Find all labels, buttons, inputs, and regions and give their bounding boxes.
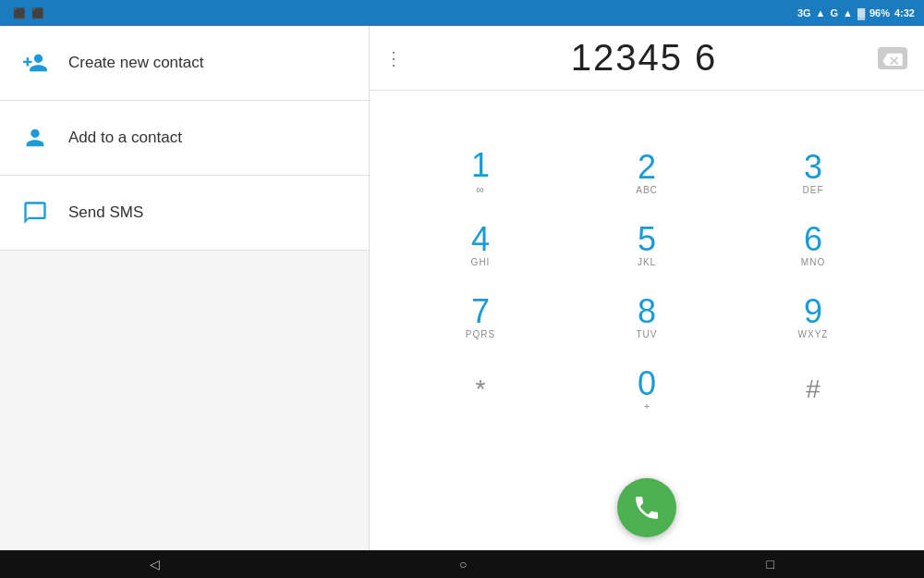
key-1[interactable]: 1 ∞	[434, 141, 527, 205]
add-to-contact-label: Add to a contact	[68, 129, 182, 147]
keypad: 1 ∞ 2 ABC 3 DEF 4 GHI 5	[370, 91, 924, 471]
home-button[interactable]: ○	[459, 557, 467, 572]
key-3[interactable]: 3 DEF	[767, 141, 859, 205]
dialer-header: ⋮ 12345 6	[370, 26, 924, 91]
status-bar-right: 3G ▲ G ▲ ▓ 96% 4:32	[797, 7, 915, 18]
key-5[interactable]: 5 JKL	[601, 213, 693, 277]
delete-icon[interactable]	[878, 47, 907, 69]
signal-strength-icon: ▲	[843, 7, 853, 18]
recents-button[interactable]: □	[767, 557, 774, 572]
add-contact-icon	[18, 46, 52, 80]
call-button[interactable]	[617, 478, 676, 537]
battery-percent: 96%	[869, 7, 890, 18]
dialer-panel: ⋮ 12345 6 1 ∞ 2 ABC	[370, 26, 924, 550]
send-sms-item[interactable]: Send SMS	[0, 176, 369, 251]
key-star[interactable]: *	[434, 357, 527, 422]
signal-bars: ▲	[816, 7, 826, 18]
create-new-contact-item[interactable]: Create new contact	[0, 26, 369, 101]
left-panel: Create new contact Add to a contact Send…	[0, 26, 370, 550]
main-container: Create new contact Add to a contact Send…	[0, 26, 924, 550]
key-7[interactable]: 7 PQRS	[434, 285, 527, 350]
key-hash[interactable]: #	[767, 357, 859, 422]
key-4[interactable]: 4 GHI	[434, 213, 527, 277]
key-0[interactable]: 0 +	[601, 357, 693, 422]
call-row	[370, 471, 924, 550]
dialer-number-display: 12345 6	[412, 37, 876, 79]
delete-button[interactable]	[876, 42, 909, 75]
dialer-menu-icon[interactable]: ⋮	[384, 47, 403, 69]
keypad-row-1: 1 ∞ 2 ABC 3 DEF	[397, 141, 896, 205]
wifi-icon: G	[830, 7, 838, 18]
key-8[interactable]: 8 TUV	[601, 285, 693, 350]
notification-icon1: ⬛	[13, 7, 26, 19]
add-to-contact-item[interactable]: Add to a contact	[0, 101, 369, 176]
sms-icon	[18, 196, 52, 229]
keypad-row-3: 7 PQRS 8 TUV 9 WXYZ	[397, 285, 896, 350]
clock: 4:32	[894, 7, 915, 18]
notification-icon2: ⬛	[31, 7, 44, 19]
status-bar-left: ⬛ ⬛	[9, 7, 797, 19]
key-6[interactable]: 6 MNO	[767, 213, 859, 277]
keypad-row-2: 4 GHI 5 JKL 6 MNO	[397, 213, 896, 277]
key-9[interactable]: 9 WXYZ	[767, 285, 859, 350]
create-new-contact-label: Create new contact	[68, 54, 203, 72]
key-2[interactable]: 2 ABC	[601, 141, 693, 205]
back-button[interactable]: ◁	[150, 557, 160, 572]
navigation-bar: ◁ ○ □	[0, 550, 924, 578]
status-bar: ⬛ ⬛ 3G ▲ G ▲ ▓ 96% 4:32	[0, 0, 924, 26]
keypad-row-4: * 0 + #	[397, 357, 896, 422]
network-label: 3G	[797, 7, 811, 18]
send-sms-label: Send SMS	[68, 203, 143, 222]
contact-icon	[18, 121, 52, 154]
battery-icon: ▓	[857, 7, 865, 18]
